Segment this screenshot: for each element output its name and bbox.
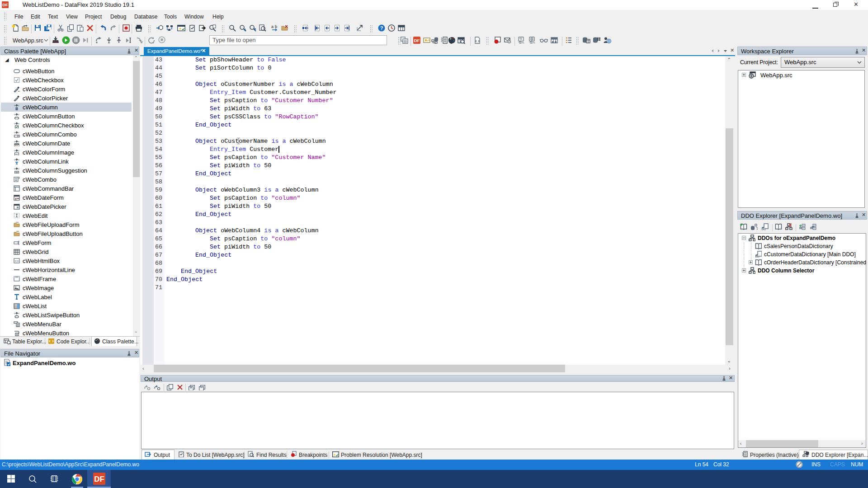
svg-text:u: u <box>14 149 16 152</box>
svg-text:DF: DF <box>94 475 104 483</box>
svg-text:<>: <> <box>15 276 18 278</box>
svg-text:u: u <box>14 113 16 116</box>
svg-text:u: u <box>18 149 19 152</box>
svg-text:u: u <box>18 122 19 125</box>
svg-text:m: m <box>763 228 765 231</box>
svg-text:u: u <box>18 312 19 315</box>
svg-text:DF: DF <box>2 3 8 7</box>
svg-text:u: u <box>18 104 19 107</box>
svg-text:u: u <box>14 131 16 134</box>
svg-text:b: b <box>275 24 277 29</box>
svg-text:u: u <box>18 113 19 116</box>
svg-text:<>: <> <box>14 259 19 263</box>
svg-text:a: a <box>271 24 274 29</box>
svg-text:u: u <box>14 122 16 125</box>
svg-text:u: u <box>14 104 16 107</box>
svg-text:?: ? <box>380 25 383 31</box>
svg-text:u: u <box>18 167 19 170</box>
svg-text:u: u <box>18 131 19 134</box>
svg-text:u: u <box>14 158 16 161</box>
svg-text:u: u <box>18 140 19 143</box>
svg-text:m: m <box>756 256 759 258</box>
svg-text:#: # <box>141 40 143 44</box>
svg-text:DF: DF <box>414 38 420 43</box>
svg-text:u: u <box>14 167 16 170</box>
svg-text:u: u <box>14 312 16 315</box>
svg-text:u: u <box>18 158 19 161</box>
svg-text:u: u <box>14 140 16 143</box>
